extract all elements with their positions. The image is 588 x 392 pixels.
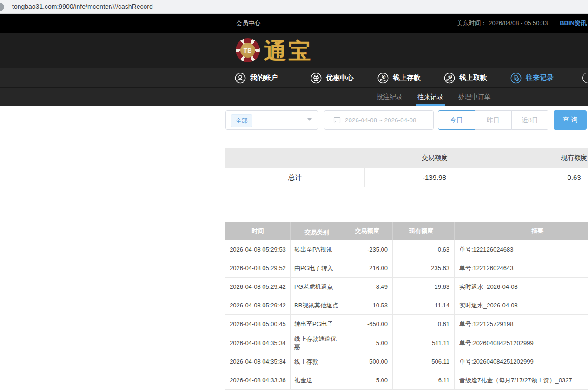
cell-balance: 0.61 — [393, 315, 455, 333]
nav-label: 线上取款 — [459, 73, 487, 82]
table-row: 2026-04-08 05:00:45 转出至PG电子 -650.00 0.61… — [225, 315, 588, 333]
cell-type: 转出至PG电子 — [291, 315, 346, 333]
cell-type: 礼金送 — [291, 371, 346, 389]
cell-amount: -650.00 — [346, 315, 393, 333]
nav-label: 我的账户 — [250, 73, 278, 82]
cell-balance: 235.63 — [393, 259, 455, 277]
summary-total-amount: -139.98 — [365, 168, 504, 187]
cell-amount: 8.49 — [346, 278, 393, 296]
browser-address-bar[interactable]: tongbao31.com:9900/infe/mcenter/#/cashRe… — [0, 0, 588, 14]
cell-type: 线上存款通道优惠 — [291, 333, 346, 352]
nav-online-withdraw[interactable]: $ 线上取款 — [444, 68, 487, 87]
cell-amount: -235.00 — [346, 240, 393, 259]
nav-my-account[interactable]: 我的账户 — [235, 68, 278, 87]
table-row: 2026-04-08 05:29:42 PG老虎机返点 8.49 19.63 实… — [225, 278, 588, 296]
cell-summary: 单号:122126024683 — [455, 240, 588, 259]
cell-balance: 11.14 — [393, 296, 455, 314]
deposit-icon: ¥ — [377, 73, 389, 84]
svg-text:¥: ¥ — [383, 75, 384, 78]
cell-summary: 实时返水_2026-04-08 — [455, 296, 588, 314]
cell-summary: 单号:122126024643 — [455, 259, 588, 277]
header-balance: 现有额度 — [393, 222, 455, 240]
nav-label: 优惠中心 — [326, 73, 354, 82]
date-range-value: 2026-04-08 ~ 2026-04-08 — [345, 117, 416, 124]
cell-amount: 5.00 — [346, 333, 393, 352]
eastern-time-value: 2026/04/08 - 05:50:33 — [489, 20, 548, 27]
sub-nav: 投注纪录 往来记录 处理中订单 — [0, 87, 588, 106]
nav-promotions[interactable]: 优惠中心 — [311, 68, 354, 87]
date-range-input[interactable]: 2026-04-08 ~ 2026-04-08 — [324, 110, 434, 130]
search-button[interactable]: 查询 — [554, 110, 587, 130]
chip-monogram: TB — [240, 43, 255, 58]
cell-summary: 单号:122125729198 — [455, 315, 588, 333]
today-button[interactable]: 今日 — [438, 110, 475, 130]
cell-summary: 单号:202604084251202999 — [455, 333, 588, 352]
eastern-time: 美东时间：2026/04/08 - 05:50:33 — [456, 20, 548, 27]
bbin-news-link[interactable]: BBIN资讯 — [560, 20, 587, 27]
table-header-row: 时间 交易类别 交易额度 现有额度 摘要 — [225, 222, 588, 240]
table-row: 2026-04-08 04:35:34 线上存款通道优惠 5.00 511.11… — [225, 333, 588, 352]
cell-type: 由PG电子转入 — [291, 259, 346, 277]
cell-amount: 5.00 — [346, 371, 393, 389]
nav-label: 往来记录 — [526, 73, 554, 82]
table-row: 2026-04-08 05:29:52 由PG电子转入 216.00 235.6… — [225, 259, 588, 278]
type-select-value: 全部 — [231, 114, 252, 127]
cell-balance: 0.63 — [393, 240, 455, 259]
cell-amount: 10.53 — [346, 296, 393, 314]
svg-text:$: $ — [449, 75, 451, 78]
main-nav: 我的账户 优惠中心 ¥ 线上存款 — [0, 68, 588, 87]
calendar-icon — [333, 116, 341, 124]
table-row: 2026-04-08 05:29:42 BB视讯其他返点 10.53 11.14… — [225, 296, 588, 315]
cell-time: 2026-04-08 04:35:34 — [225, 333, 291, 352]
cell-balance: 506.11 — [393, 352, 455, 371]
quick-date-button-group: 今日 昨日 近8日 — [438, 110, 548, 130]
cell-time: 2026-04-08 04:35:34 — [225, 352, 291, 371]
cell-type: 线上存款 — [291, 352, 346, 371]
summary-total-row: 总计 -139.98 0.63 — [225, 168, 588, 187]
type-select[interactable]: 全部 — [225, 110, 318, 130]
tab-pending-orders[interactable]: 处理中订单 — [458, 87, 491, 106]
cell-time: 2026-04-08 05:29:42 — [225, 278, 291, 296]
favicon-icon — [0, 3, 4, 11]
cell-balance: 511.11 — [393, 333, 455, 352]
summary-header-balance: 现有额度 — [504, 148, 588, 168]
cell-summary: 单号:202604084251202999 — [455, 352, 588, 371]
top-bar: 会员中心 美东时间：2026/04/08 - 05:50:33 BBIN资讯 — [0, 14, 588, 33]
cell-summary: 实时返水_2026-04-08 — [455, 278, 588, 296]
cell-type: BB视讯其他返点 — [291, 296, 346, 314]
nav-online-deposit[interactable]: ¥ 线上存款 — [377, 68, 421, 87]
header-summary: 摘要 — [455, 222, 588, 240]
yesterday-button[interactable]: 昨日 — [475, 110, 512, 130]
tab-bet-records[interactable]: 投注纪录 — [377, 87, 403, 106]
logo-bar: TB 通宝 — [0, 33, 588, 68]
summary-header-amount: 交易额度 — [365, 148, 504, 168]
summary-header-row: 交易额度 现有额度 — [225, 148, 588, 168]
last8days-button[interactable]: 近8日 — [511, 110, 548, 130]
nav-label: 线上存款 — [393, 73, 421, 82]
cell-time: 2026-04-08 04:33:36 — [225, 371, 291, 389]
table-row: 2026-04-08 04:35:34 线上存款 500.00 506.11 单… — [225, 352, 588, 371]
nav-transaction-records[interactable]: 往来记录 — [510, 68, 554, 87]
cell-amount: 216.00 — [346, 259, 393, 277]
cell-time: 2026-04-08 05:29:52 — [225, 259, 291, 277]
gift-icon — [311, 73, 322, 84]
cell-balance: 6.11 — [393, 371, 455, 389]
cell-summary: 晋级逢7礼金（每月7/17/27领工资）_0327 — [455, 371, 588, 389]
chevron-down-icon — [307, 118, 312, 121]
member-center-link[interactable]: 会员中心 — [236, 14, 260, 33]
withdraw-icon: $ — [444, 73, 455, 84]
page-url[interactable]: tongbao31.com:9900/infe/mcenter/#/cashRe… — [12, 0, 153, 13]
table-row: 2026-04-08 05:29:53 转出至PA视讯 -235.00 0.63… — [225, 240, 588, 259]
summary-total-label: 总计 — [225, 168, 365, 187]
cell-time: 2026-04-08 05:29:42 — [225, 296, 291, 314]
cell-time: 2026-04-08 05:29:53 — [225, 240, 291, 259]
table-row: 2026-04-08 04:33:36 礼金送 5.00 6.11 晋级逢7礼金… — [225, 371, 588, 390]
user-icon — [235, 73, 246, 84]
partial-nav-icon[interactable] — [582, 73, 588, 83]
tab-transaction-records[interactable]: 往来记录 — [417, 87, 443, 106]
brand-chip-logo[interactable]: TB — [236, 38, 260, 62]
filter-divider — [222, 136, 588, 136]
summary-table: 交易额度 现有额度 总计 -139.98 0.63 — [225, 148, 588, 187]
brand-name[interactable]: 通宝 — [264, 33, 312, 68]
topbar-right-group: 美东时间：2026/04/08 - 05:50:33 BBIN资讯 — [456, 14, 587, 33]
